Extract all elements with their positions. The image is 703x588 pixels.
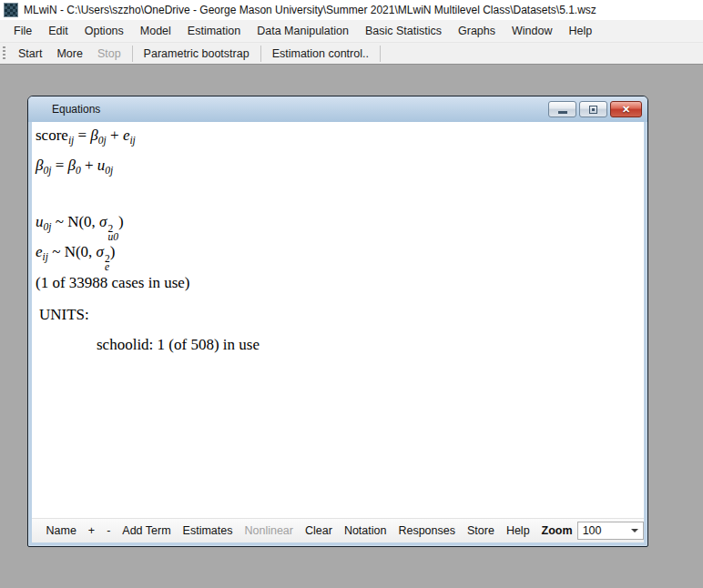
- parametric-bootstrap-button[interactable]: Parametric bootstrap: [137, 45, 257, 63]
- menu-help[interactable]: Help: [561, 21, 601, 41]
- menu-model[interactable]: Model: [132, 21, 179, 41]
- estimates-button[interactable]: Estimates: [177, 522, 239, 540]
- equations-toolbar: Name + - Add Term Estimates Nonlinear Cl…: [32, 518, 644, 542]
- more-button[interactable]: More: [49, 45, 89, 63]
- notation-button[interactable]: Notation: [338, 522, 392, 540]
- add-level-button[interactable]: +: [82, 522, 100, 540]
- zoom-combobox[interactable]: 100: [577, 522, 644, 540]
- equation-intercept-line[interactable]: β0j = β0 + u0j: [36, 157, 113, 176]
- app-icon[interactable]: [4, 3, 18, 17]
- responses-button[interactable]: Responses: [392, 522, 462, 540]
- restore-button[interactable]: [579, 101, 607, 117]
- window-title: MLwiN - C:\Users\szzho\OneDrive - George…: [24, 4, 596, 16]
- menubar: File Edit Options Model Estimation Data …: [0, 20, 703, 43]
- units-label: UNITS:: [39, 306, 89, 324]
- toolbar-grip-handle[interactable]: [3, 46, 5, 61]
- add-term-button[interactable]: Add Term: [117, 522, 177, 540]
- restore-icon: [589, 106, 597, 114]
- clear-button[interactable]: Clear: [300, 522, 339, 540]
- minimize-button[interactable]: [548, 101, 576, 117]
- menu-estimation[interactable]: Estimation: [179, 21, 249, 41]
- close-icon: ✕: [622, 105, 630, 115]
- equations-window-title: Equations: [28, 103, 100, 116]
- main-titlebar[interactable]: MLwiN - C:\Users\szzho\OneDrive - George…: [0, 0, 703, 20]
- nonlinear-button[interactable]: Nonlinear: [239, 522, 300, 540]
- menu-options[interactable]: Options: [76, 21, 132, 41]
- toolbar-separator: [260, 46, 261, 62]
- remove-level-button[interactable]: -: [101, 522, 117, 540]
- name-button[interactable]: Name: [40, 522, 82, 540]
- estimation-toolbar: Start More Stop Parametric bootstrap Est…: [0, 43, 703, 65]
- close-button[interactable]: ✕: [610, 101, 642, 117]
- estimation-control-button[interactable]: Estimation control..: [265, 45, 376, 63]
- equations-titlebar[interactable]: Equations ✕: [28, 96, 647, 122]
- stop-button[interactable]: Stop: [90, 45, 128, 63]
- cases-in-use-line: (1 of 33988 cases in use): [36, 274, 190, 292]
- window-controls: ✕: [548, 101, 642, 117]
- mdi-client-area: Equations ✕ scoreij = β0j + eij β0j = β0…: [0, 66, 703, 588]
- toolbar-separator: [132, 46, 133, 62]
- menu-basic-statistics[interactable]: Basic Statistics: [357, 21, 450, 41]
- menu-window[interactable]: Window: [504, 21, 560, 41]
- toolbar-separator: [380, 46, 381, 62]
- menu-graphs[interactable]: Graphs: [450, 21, 504, 41]
- equations-pane: scoreij = β0j + eij β0j = β0 + u0j u0j ~…: [32, 122, 644, 518]
- menu-edit[interactable]: Edit: [40, 21, 76, 41]
- zoom-value: 100: [583, 524, 602, 537]
- units-schoolid-line: schoolid: 1 (of 508) in use: [97, 336, 260, 354]
- equation-level2-variance-line[interactable]: u0j ~ N(0, σ2u0): [36, 213, 124, 241]
- equation-response-line[interactable]: scoreij = β0j + eij: [36, 127, 136, 146]
- equations-window: Equations ✕ scoreij = β0j + eij β0j = β0…: [27, 96, 648, 547]
- equation-level1-variance-line[interactable]: eij ~ N(0, σ2e): [36, 243, 115, 271]
- menu-data-manipulation[interactable]: Data Manipulation: [249, 21, 357, 41]
- menu-file[interactable]: File: [5, 21, 40, 41]
- help-button[interactable]: Help: [500, 522, 535, 540]
- start-button[interactable]: Start: [11, 45, 49, 63]
- minimize-icon: [558, 111, 567, 114]
- store-button[interactable]: Store: [461, 522, 500, 540]
- dropdown-arrow-icon[interactable]: [631, 529, 638, 532]
- zoom-label: Zoom: [535, 522, 576, 540]
